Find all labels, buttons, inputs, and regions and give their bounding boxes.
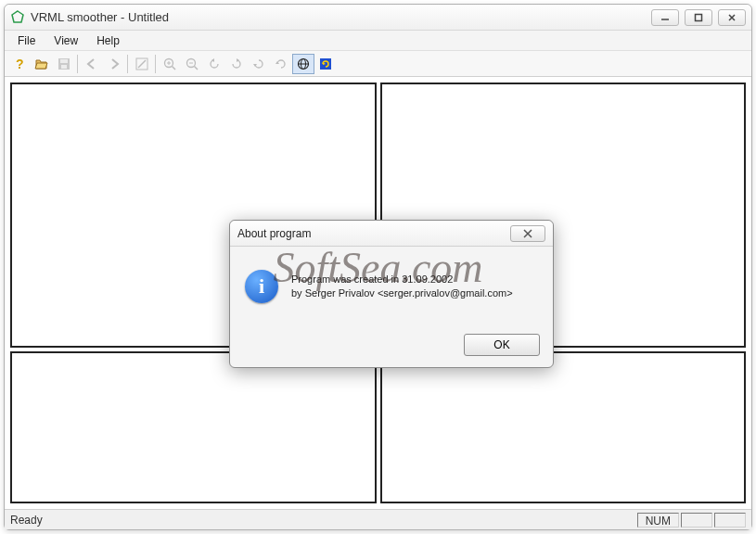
dialog-titlebar: About program — [230, 221, 553, 247]
toolbar: ? — [5, 51, 751, 77]
menu-view[interactable]: View — [45, 32, 87, 49]
menu-help[interactable]: Help — [87, 32, 129, 49]
window-title: VRML smoother - Untitled — [31, 10, 651, 24]
open-icon[interactable] — [31, 54, 53, 74]
svg-rect-6 — [61, 65, 67, 69]
zoom-out-icon[interactable] — [181, 54, 203, 74]
back-icon[interactable] — [81, 54, 103, 74]
status-num: NUM — [637, 513, 679, 528]
globe-icon[interactable] — [292, 54, 314, 74]
forward-icon[interactable] — [103, 54, 125, 74]
dialog-body: i Program was created in 31.09.2002 by S… — [230, 247, 553, 326]
dialog-close-button[interactable] — [510, 225, 545, 242]
svg-line-13 — [195, 66, 199, 70]
info-icon: i — [245, 270, 278, 303]
rotate-right-icon[interactable] — [225, 54, 248, 74]
viewport-bottom-right[interactable] — [380, 351, 747, 503]
status-ready: Ready — [10, 514, 635, 527]
toolbar-separator — [155, 55, 157, 73]
svg-text:?: ? — [16, 57, 24, 71]
status-cell-empty — [681, 513, 712, 528]
menubar: File View Help — [5, 31, 751, 51]
save-icon[interactable] — [53, 54, 75, 74]
rotate-up-icon[interactable] — [270, 54, 292, 74]
svg-rect-5 — [60, 59, 68, 63]
status-cell-empty — [714, 513, 746, 528]
menu-file[interactable]: File — [8, 32, 45, 49]
zoom-in-icon[interactable] — [159, 54, 181, 74]
about-dialog: About program i Program was created in 3… — [229, 220, 554, 368]
close-button[interactable] — [718, 9, 746, 26]
app-icon — [10, 10, 25, 25]
maximize-button[interactable] — [685, 9, 712, 26]
dialog-line2: by Serger Privalov <serger.privalov@gmai… — [291, 286, 513, 300]
statusbar: Ready NUM — [5, 509, 751, 529]
toolbar-separator — [127, 55, 129, 73]
edit-icon[interactable] — [131, 54, 153, 74]
dialog-line1: Program was created in 31.09.2002 — [291, 273, 513, 286]
titlebar: VRML smoother - Untitled — [5, 5, 751, 31]
rotate-left-icon[interactable] — [203, 54, 225, 74]
rotate-down-icon[interactable] — [248, 54, 270, 74]
refresh-icon[interactable] — [314, 54, 337, 74]
help-icon[interactable]: ? — [8, 54, 31, 74]
dialog-text: Program was created in 31.09.2002 by Ser… — [291, 273, 513, 301]
svg-line-9 — [173, 66, 176, 70]
ok-button[interactable]: OK — [464, 334, 540, 356]
dialog-buttons: OK — [230, 326, 553, 367]
viewport-bottom-left[interactable] — [10, 351, 377, 503]
svg-marker-0 — [12, 11, 23, 22]
window-controls — [651, 9, 746, 26]
svg-rect-2 — [696, 14, 702, 20]
minimize-button[interactable] — [651, 9, 679, 26]
dialog-title: About program — [237, 227, 510, 240]
toolbar-separator — [77, 55, 79, 73]
